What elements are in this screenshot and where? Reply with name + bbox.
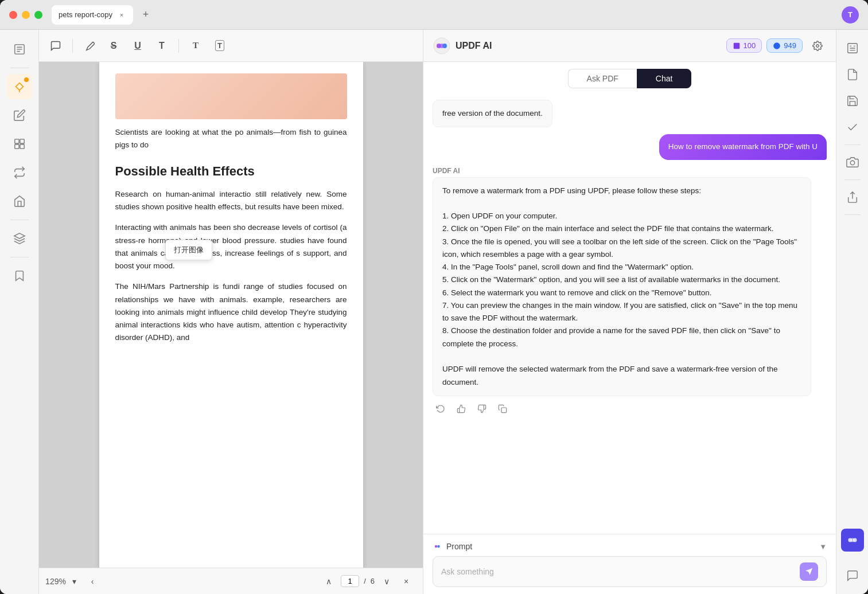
page-up-button[interactable] [321, 574, 336, 589]
send-button[interactable] [800, 562, 818, 581]
svg-rect-8 [20, 144, 24, 148]
page-total: 6 [371, 577, 375, 585]
titlebar: pets report-copy × + T [0, 0, 868, 30]
tab-ask-pdf[interactable]: Ask PDF [568, 69, 637, 88]
tab-close-button[interactable]: × [117, 10, 126, 19]
current-page-input[interactable] [341, 575, 359, 587]
ai-input-area: Prompt ▼ [423, 534, 836, 594]
image-tooltip-text: 打开图像 [174, 245, 204, 254]
text2-tool-button[interactable]: T [186, 36, 205, 56]
regenerate-button[interactable] [433, 401, 449, 417]
sidebar-icon-bookmark[interactable] [7, 263, 32, 288]
camera-button[interactable] [841, 151, 864, 174]
page-controls: / 6 × [321, 574, 414, 589]
ai-message-2: UPDF AI To remove a watermark from a PDF… [433, 167, 811, 417]
svg-marker-9 [14, 233, 24, 239]
pdf-paragraph-3: The NIH/Mars Partnership is fundi range … [115, 280, 347, 344]
ai-message-actions [433, 401, 811, 417]
zoom-controls: 129% ▾ ‹ [48, 574, 100, 589]
right-icon-divider-1 [844, 144, 861, 145]
comment-tool-button[interactable] [46, 36, 65, 56]
pdf-image [115, 73, 347, 119]
pen-tool-button[interactable] [80, 36, 99, 56]
pdf-content: Scientists are looking at what the po an… [39, 62, 423, 568]
pdf-intro-text: Scientists are looking at what the po an… [115, 126, 347, 152]
pdf-bottom-bar: 129% ▾ ‹ / 6 × [39, 568, 423, 594]
text-icon: T [159, 41, 165, 51]
badge-count-2: 949 [766, 38, 803, 53]
right-icon-panel [836, 30, 868, 594]
sidebar-icon-edit[interactable] [7, 103, 32, 128]
ai-settings-button[interactable] [808, 37, 827, 55]
sidebar-divider-3 [10, 257, 29, 257]
prompt-bar: Prompt ▼ [433, 541, 827, 552]
sidebar-icon-highlight[interactable] [7, 74, 32, 99]
ai-logo-text: UPDF AI [456, 41, 492, 51]
svg-marker-20 [805, 568, 812, 575]
user-avatar: T [842, 6, 859, 24]
underline-tool-button[interactable]: U [128, 36, 147, 56]
right-icon-divider-2 [844, 179, 861, 180]
sidebar-icon-layers[interactable] [7, 226, 32, 251]
send-icon [805, 568, 813, 576]
left-sidebar [0, 30, 39, 594]
prompt-label: Prompt [433, 541, 472, 552]
text3-tool-button[interactable]: T [210, 36, 229, 56]
copy-tooltip-wrapper: How to remove watermark from PDF with U … [659, 134, 827, 159]
new-tab-button[interactable]: + [138, 7, 154, 23]
zoom-decrease-button[interactable]: ‹ [85, 574, 100, 589]
user-message-bubble: How to remove watermark from PDF with U [659, 134, 827, 159]
save-button[interactable] [841, 89, 864, 112]
maximize-button[interactable] [34, 11, 42, 19]
sidebar-icon-read[interactable] [7, 37, 32, 62]
strikethrough-tool-button[interactable]: S [104, 36, 123, 56]
zoom-value[interactable]: 129% [48, 574, 63, 589]
prompt-label-text: Prompt [446, 542, 472, 551]
strikethrough-icon: S [111, 41, 117, 51]
prompt-icon [433, 541, 443, 552]
ai-header-badges: 100 949 [726, 38, 803, 53]
text2-icon: T [193, 41, 198, 50]
ai-chat-button[interactable] [841, 529, 864, 552]
svg-point-26 [850, 538, 854, 542]
chat-input-field[interactable] [441, 567, 795, 576]
svg-point-13 [439, 44, 444, 48]
image-tooltip[interactable]: 打开图像 [165, 240, 212, 260]
main-window: pets report-copy × + T [0, 0, 868, 594]
ocr-button[interactable] [841, 37, 864, 60]
sidebar-icon-export[interactable] [7, 160, 32, 185]
sidebar-icon-stamp[interactable] [7, 189, 32, 214]
pdf-toolbar: S U T T T [39, 30, 423, 62]
chat-bubble-button[interactable] [841, 564, 864, 587]
thumbs-down-button[interactable] [474, 401, 490, 417]
svg-rect-7 [14, 144, 18, 148]
chat-area[interactable]: free version of the document. How to rem… [423, 93, 836, 534]
ai-message-2-body: To remove a watermark from a PDF using U… [433, 177, 811, 396]
verify-button[interactable] [841, 116, 864, 139]
prompt-dropdown-button[interactable]: ▼ [819, 542, 827, 551]
svg-point-18 [437, 545, 440, 548]
active-indicator [24, 77, 29, 82]
minimize-button[interactable] [22, 11, 30, 19]
active-tab[interactable]: pets report-copy × [52, 5, 133, 25]
svg-rect-6 [20, 139, 24, 143]
text-tool-button[interactable]: T [152, 36, 172, 56]
zoom-dropdown-icon[interactable]: ▾ [67, 574, 81, 589]
ai-response-text: To remove a watermark from a PDF using U… [442, 186, 797, 386]
pdf-heading: Possible Health Effects [115, 161, 347, 181]
share-button[interactable] [841, 186, 864, 209]
svg-rect-14 [733, 42, 739, 49]
copy-message-button[interactable] [495, 401, 511, 417]
sidebar-icon-page[interactable] [7, 131, 32, 157]
thumbs-up-button[interactable] [453, 401, 469, 417]
toolbar-separator-1 [72, 39, 73, 53]
text3-icon: T [215, 40, 224, 51]
close-bar-button[interactable]: × [399, 574, 414, 589]
pdf-paragraph-1: Research on human-animal interactio stil… [115, 188, 347, 214]
app-content: S U T T T Scientis [0, 30, 868, 594]
document-manage-button[interactable] [841, 63, 864, 86]
close-button[interactable] [9, 11, 17, 19]
tab-chat[interactable]: Chat [637, 69, 692, 88]
tab-label: pets report-copy [59, 10, 112, 19]
page-down-button[interactable] [379, 574, 394, 589]
